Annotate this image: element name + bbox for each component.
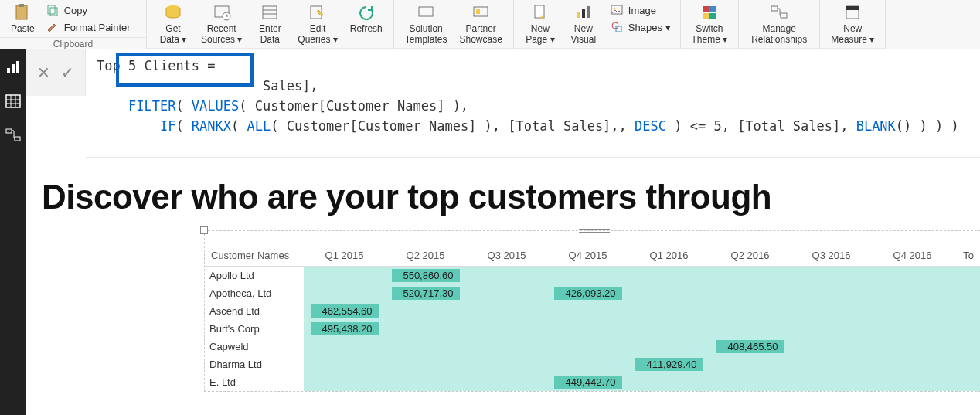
drag-handle-icon[interactable] bbox=[579, 228, 610, 234]
matrix-cell[interactable]: 426,093.20 bbox=[547, 284, 628, 302]
table-row[interactable]: E. Ltd449,442.70 bbox=[205, 373, 980, 391]
matrix-cell[interactable]: 408,465.50 bbox=[709, 338, 791, 355]
new-measure-button[interactable]: New Measure ▾ bbox=[825, 2, 880, 46]
matrix-cell[interactable] bbox=[385, 338, 466, 355]
matrix-cell[interactable] bbox=[385, 373, 466, 391]
clipboard-caption: Clipboard bbox=[0, 37, 146, 49]
matrix-cell[interactable] bbox=[709, 355, 791, 373]
matrix-cell[interactable]: 520,717.30 bbox=[385, 284, 466, 302]
model-view-icon[interactable] bbox=[5, 127, 22, 144]
matrix-cell[interactable] bbox=[304, 338, 385, 355]
switch-theme-button[interactable]: Switch Theme ▾ bbox=[686, 2, 734, 46]
matrix-cell[interactable] bbox=[466, 284, 547, 302]
matrix-cell[interactable] bbox=[466, 302, 547, 320]
matrix-cell[interactable] bbox=[791, 373, 872, 391]
matrix-cell[interactable] bbox=[628, 373, 709, 391]
matrix-cell[interactable] bbox=[791, 338, 872, 355]
commit-formula-icon[interactable]: ✓ bbox=[61, 63, 74, 82]
matrix-cell[interactable] bbox=[547, 267, 628, 285]
matrix-cell[interactable] bbox=[791, 284, 872, 302]
matrix-cell[interactable] bbox=[466, 373, 547, 391]
matrix-cell[interactable] bbox=[385, 320, 466, 338]
table-row[interactable]: Apotheca, Ltd520,717.30426,093.20 bbox=[205, 284, 980, 302]
matrix-cell[interactable] bbox=[709, 267, 791, 285]
matrix-cell[interactable] bbox=[547, 338, 628, 355]
matrix-column-header[interactable]: Q1 2015 bbox=[304, 245, 385, 267]
matrix-column-header[interactable]: Q3 2015 bbox=[466, 245, 547, 267]
matrix-cell[interactable] bbox=[628, 338, 709, 355]
recent-sources-button[interactable]: Recent Sources ▾ bbox=[195, 2, 248, 46]
matrix-cell[interactable] bbox=[872, 302, 953, 320]
matrix-column-header[interactable]: Q2 2016 bbox=[709, 245, 791, 267]
refresh-button[interactable]: Refresh bbox=[344, 2, 389, 36]
matrix-row-header[interactable]: Customer Names bbox=[205, 245, 304, 267]
edit-queries-button[interactable]: Edit Queries ▾ bbox=[291, 2, 343, 46]
format-painter-button[interactable]: Format Painter bbox=[46, 20, 131, 34]
table-row[interactable]: Ascend Ltd462,554.60 bbox=[205, 302, 980, 320]
matrix-column-header[interactable]: Q3 2016 bbox=[791, 245, 872, 267]
matrix-cell[interactable] bbox=[466, 320, 547, 338]
matrix-visual[interactable]: Customer NamesQ1 2015Q2 2015Q3 2015Q4 20… bbox=[204, 230, 980, 392]
matrix-cell[interactable] bbox=[547, 302, 628, 320]
matrix-column-header[interactable]: Q4 2015 bbox=[547, 245, 628, 267]
matrix-cell[interactable] bbox=[304, 373, 385, 391]
data-view-icon[interactable] bbox=[5, 93, 22, 110]
matrix-cell[interactable] bbox=[872, 267, 953, 285]
matrix-cell[interactable] bbox=[466, 355, 547, 373]
matrix-cell[interactable] bbox=[304, 267, 385, 285]
matrix-cell[interactable] bbox=[466, 267, 547, 285]
get-data-button[interactable]: Get Data ▾ bbox=[151, 2, 195, 46]
matrix-cell[interactable] bbox=[872, 338, 953, 355]
table-row[interactable]: Apollo Ltd550,860.60 bbox=[205, 267, 980, 285]
matrix-cell[interactable] bbox=[304, 355, 385, 373]
matrix-cell[interactable] bbox=[628, 302, 709, 320]
matrix-cell[interactable]: 495,438.20 bbox=[304, 320, 385, 338]
matrix-cell[interactable] bbox=[791, 320, 872, 338]
matrix-cell[interactable] bbox=[791, 355, 872, 373]
matrix-cell[interactable]: 462,554.60 bbox=[304, 302, 385, 320]
matrix-cell[interactable] bbox=[628, 267, 709, 285]
report-view-icon[interactable] bbox=[5, 59, 22, 76]
matrix-cell[interactable] bbox=[547, 320, 628, 338]
cancel-formula-icon[interactable]: ✕ bbox=[37, 63, 50, 82]
matrix-cell[interactable] bbox=[872, 320, 953, 338]
copy-button[interactable]: Copy bbox=[46, 3, 131, 17]
matrix-column-header[interactable]: Q1 2016 bbox=[628, 245, 709, 267]
matrix-cell[interactable] bbox=[709, 302, 791, 320]
matrix-cell[interactable] bbox=[709, 373, 791, 391]
manage-relationships-button[interactable]: Manage Relationships bbox=[744, 2, 815, 46]
matrix-cell[interactable] bbox=[709, 320, 791, 338]
formula-editor[interactable]: Top 5 Clients = Sales], FILTER( VALUES( … bbox=[86, 49, 980, 158]
matrix-cell[interactable] bbox=[872, 373, 953, 391]
matrix-column-header[interactable]: Q2 2015 bbox=[385, 245, 466, 267]
matrix-column-header[interactable]: Q4 2016 bbox=[872, 245, 953, 267]
matrix-cell[interactable] bbox=[385, 355, 466, 373]
matrix-cell[interactable] bbox=[628, 320, 709, 338]
image-button[interactable]: Image bbox=[610, 3, 671, 17]
matrix-cell[interactable] bbox=[385, 302, 466, 320]
new-page-button[interactable]: New Page ▾ bbox=[519, 2, 562, 46]
new-visual-button[interactable]: New Visual bbox=[562, 2, 605, 46]
matrix-total-header[interactable]: To bbox=[953, 245, 980, 267]
matrix-cell[interactable]: 550,860.60 bbox=[385, 267, 466, 285]
matrix-cell[interactable] bbox=[872, 284, 953, 302]
table-row[interactable]: Burt's Corp495,438.20 bbox=[205, 320, 980, 338]
matrix-cell[interactable] bbox=[872, 355, 953, 373]
matrix-cell[interactable] bbox=[547, 355, 628, 373]
matrix-cell[interactable] bbox=[628, 284, 709, 302]
resize-handle-icon[interactable] bbox=[200, 226, 208, 234]
matrix-cell[interactable]: 449,442.70 bbox=[547, 373, 628, 391]
matrix-cell[interactable] bbox=[466, 338, 547, 355]
matrix-cell[interactable] bbox=[791, 302, 872, 320]
matrix-cell[interactable] bbox=[304, 284, 385, 302]
table-row[interactable]: Capweld408,465.50 bbox=[205, 338, 980, 355]
matrix-cell[interactable] bbox=[791, 267, 872, 285]
enter-data-button[interactable]: Enter Data bbox=[248, 2, 291, 46]
matrix-cell[interactable]: 411,929.40 bbox=[628, 355, 709, 373]
paste-button[interactable]: Paste bbox=[5, 2, 41, 36]
shapes-button[interactable]: Shapes ▾ bbox=[610, 20, 671, 34]
solution-templates-button[interactable]: Solution Templates bbox=[399, 2, 454, 46]
table-row[interactable]: Dharma Ltd411,929.40 bbox=[205, 355, 980, 373]
partner-showcase-button[interactable]: Partner Showcase bbox=[453, 2, 508, 46]
matrix-cell[interactable] bbox=[709, 284, 791, 302]
